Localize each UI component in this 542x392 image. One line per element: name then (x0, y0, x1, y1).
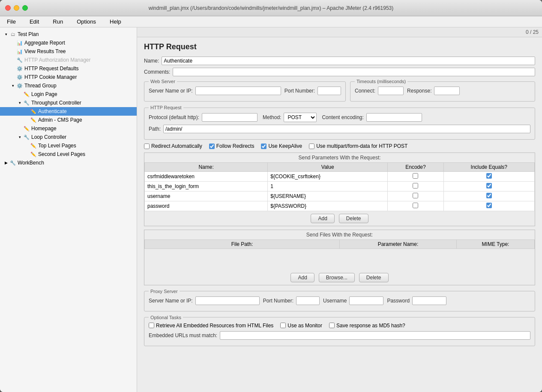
table-row[interactable]: csrfmiddlewaretoken ${COOKIE_csrftoken} (145, 172, 535, 182)
files-add-button[interactable]: Add (290, 273, 314, 282)
path-row: Path: (149, 125, 530, 133)
follow-redirects-checkbox[interactable]: Follow Redirects (209, 143, 255, 149)
param-include[interactable] (443, 201, 534, 211)
param-include[interactable] (443, 192, 534, 201)
encode-checkbox[interactable] (413, 203, 418, 208)
sidebar-item-admin-cms[interactable]: ✏️ Admin - CMS Page (0, 116, 137, 124)
comments-input[interactable] (173, 68, 535, 76)
col-encode: Encode? (388, 163, 443, 172)
keepalive-checkbox[interactable]: Use KeepAlive (261, 143, 302, 149)
proxy-password-input[interactable] (412, 296, 446, 305)
col-include: Include Equals? (443, 163, 534, 172)
response-input[interactable] (434, 87, 460, 95)
maximize-button[interactable] (22, 5, 28, 11)
md5-checkbox[interactable]: Save response as MD5 hash? (329, 323, 405, 329)
sidebar-item-label: Aggregate Report (24, 40, 65, 46)
sidebar-item-thread-group[interactable]: ▾ ⚙️ Thread Group (0, 81, 137, 90)
sidebar-item-loop-controller[interactable]: ▾ 🔧 Loop Controller (0, 133, 137, 141)
files-table: File Path: Parameter Name: MIME Type: (144, 239, 535, 270)
include-checkbox[interactable] (486, 173, 492, 179)
connect-input[interactable] (378, 87, 404, 95)
param-include[interactable] (443, 182, 534, 192)
encode-checkbox[interactable] (413, 183, 418, 189)
table-row[interactable]: this_is_the_login_form 1 (145, 182, 535, 192)
proxy-username-input[interactable] (349, 296, 383, 305)
sidebar-item-http-defaults[interactable]: ⚙️ HTTP Request Defaults (0, 64, 137, 73)
multipart-input[interactable] (309, 144, 314, 149)
counter-display: 0 / 25 (526, 29, 539, 35)
include-checkbox[interactable] (486, 193, 492, 198)
sidebar-item-homepage[interactable]: ✏️ Homepage (0, 124, 137, 133)
test-plan-icon: 🗂 (9, 31, 16, 38)
name-input[interactable] (162, 57, 535, 65)
sidebar-item-second-level[interactable]: ✏️ Second Level Pages (0, 150, 137, 159)
sidebar-item-test-plan[interactable]: ▾ 🗂 Test Plan (0, 30, 137, 39)
sidebar-item-http-auth[interactable]: 🔧 HTTP Authorization Manager (0, 56, 137, 64)
sidebar-item-workbench[interactable]: ▶ 🔧 WorkBench (0, 159, 137, 167)
redirect-auto-input[interactable] (144, 144, 150, 149)
encode-checkbox[interactable] (413, 173, 418, 179)
menu-file[interactable]: File (3, 17, 19, 26)
protocol-input[interactable] (202, 113, 258, 122)
menu-run[interactable]: Run (49, 17, 66, 26)
proxy-port-input[interactable] (296, 296, 320, 305)
redirect-auto-checkbox[interactable]: Redirect Automatically (144, 143, 202, 149)
md5-input[interactable] (329, 323, 335, 328)
multipart-checkbox[interactable]: Use multipart/form-data for HTTP POST (309, 143, 407, 149)
files-section: Send Files With the Request: File Path: … (144, 230, 535, 285)
table-row[interactable]: password ${PASSWORD} (145, 201, 535, 211)
param-include[interactable] (443, 172, 534, 182)
monitor-checkbox[interactable]: Use as Monitor (280, 323, 322, 329)
keepalive-input[interactable] (261, 144, 267, 149)
close-button[interactable] (5, 5, 11, 11)
method-select[interactable]: POST GET PUT DELETE HEAD (284, 113, 317, 122)
embedded-urls-input[interactable] (220, 331, 530, 340)
sidebar-item-login-page[interactable]: ✏️ Login Page (0, 90, 137, 99)
menu-help[interactable]: Help (106, 17, 125, 26)
param-value: ${USERNAME} (268, 192, 388, 201)
sidebar-item-throughput-controller[interactable]: ▾ 🔧 Throughput Controller (0, 99, 137, 107)
port-input[interactable] (317, 87, 341, 95)
param-encode[interactable] (388, 201, 443, 211)
retrieve-checkbox[interactable]: Retrieve All Embedded Resources from HTM… (149, 323, 273, 329)
files-browse-button[interactable]: Browse... (319, 273, 355, 282)
toolbar-area: 0 / 25 (137, 27, 542, 37)
web-server-fieldset: Web Server Server Name or IP: Port Numbe… (144, 79, 346, 102)
files-delete-button[interactable]: Delete (359, 273, 389, 282)
menu-options[interactable]: Options (73, 17, 99, 26)
menu-edit[interactable]: Edit (26, 17, 42, 26)
param-value: 1 (268, 182, 388, 192)
minimize-button[interactable] (14, 5, 19, 11)
params-add-button[interactable]: Add (311, 214, 334, 223)
param-encode[interactable] (388, 172, 443, 182)
param-encode[interactable] (388, 192, 443, 201)
sidebar-item-top-level[interactable]: ✏️ Top Level Pages (0, 141, 137, 150)
monitor-input[interactable] (280, 323, 286, 328)
params-section: Send Parameters With the Request: Name: … (144, 153, 535, 226)
include-checkbox[interactable] (486, 183, 492, 189)
retrieve-input[interactable] (149, 323, 154, 328)
encode-checkbox[interactable] (413, 193, 418, 198)
follow-redirects-input[interactable] (209, 144, 215, 149)
homepage-icon: ✏️ (23, 125, 30, 132)
timeouts-fieldset: Timeouts (milliseconds) Connect: Respons… (350, 79, 535, 102)
sidebar-item-view-results[interactable]: 📊 View Results Tree (0, 47, 137, 56)
server-name-input[interactable] (195, 87, 281, 95)
sidebar-item-cookie-manager[interactable]: ⚙️ HTTP Cookie Manager (0, 73, 137, 81)
optional-tasks-legend: Optional Tasks (149, 315, 183, 320)
content-encoding-input[interactable] (366, 113, 422, 122)
params-btn-row: Add Delete (144, 211, 535, 226)
proxy-server-input[interactable] (195, 296, 260, 305)
keepalive-label: Use KeepAlive (268, 143, 302, 149)
authenticate-icon: ✏️ (30, 108, 37, 115)
param-encode[interactable] (388, 182, 443, 192)
app-body: ▾ 🗂 Test Plan 📊 Aggregate Report 📊 View … (0, 27, 542, 392)
sidebar-item-authenticate[interactable]: ✏️ Authenticate (0, 107, 137, 116)
sidebar-item-label: HTTP Cookie Manager (24, 74, 77, 80)
params-table: Name: Value Encode? Include Equals? csrf… (144, 162, 535, 211)
params-delete-button[interactable]: Delete (339, 214, 368, 223)
sidebar-item-aggregate-report[interactable]: 📊 Aggregate Report (0, 39, 137, 47)
include-checkbox[interactable] (486, 203, 492, 208)
table-row[interactable]: username ${USERNAME} (145, 192, 535, 201)
path-input[interactable] (163, 125, 530, 133)
